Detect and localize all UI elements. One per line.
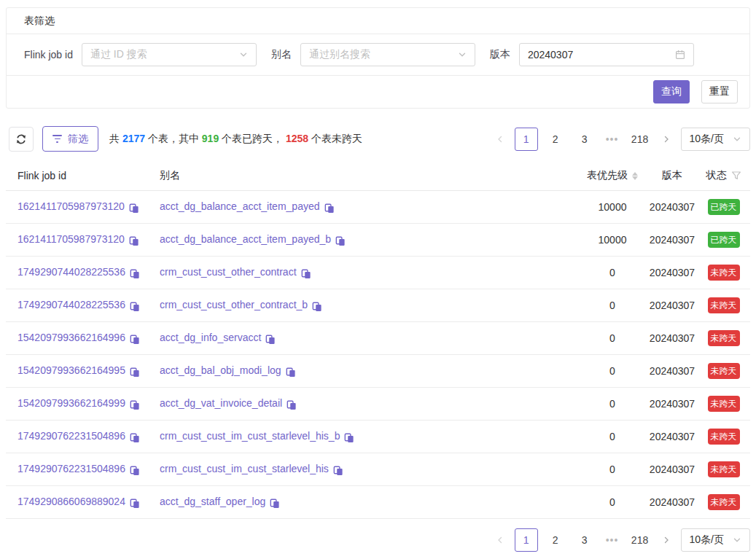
copy-icon[interactable] (324, 202, 335, 214)
chevron-down-icon (239, 50, 248, 59)
version-cell: 20240307 (647, 365, 697, 377)
table-row: 1542097993662164995 acct_dg_bal_obj_modi… (6, 355, 750, 388)
alias-link[interactable]: acct_dg_balance_acct_item_payed_b (160, 233, 331, 245)
flink-job-id-link[interactable]: 1542097993662164995 (17, 364, 125, 376)
flink-job-id-select[interactable]: 通过 ID 搜索 (82, 43, 257, 66)
alias-link[interactable]: acct_dg_bal_obj_modi_log (160, 364, 281, 376)
version-date-input[interactable]: 20240307 (519, 43, 694, 66)
copy-icon[interactable] (333, 464, 343, 476)
page-ellipsis[interactable]: ••• (602, 133, 623, 145)
flink-job-id-label: Flink job id (24, 49, 73, 60)
calendar-icon (675, 50, 685, 60)
alias-link[interactable]: acct_dg_balance_acct_item_payed (160, 200, 320, 212)
status-badge: 未跨天 (708, 330, 740, 346)
version-cell: 20240307 (647, 464, 697, 475)
status-badge: 未跨天 (708, 396, 740, 412)
table-header: Flink job id 别名 表优先级 版本 状态 (6, 161, 750, 191)
copy-icon[interactable] (130, 497, 140, 509)
table-row: 1542097993662164999 acct_dg_vat_invoice_… (6, 388, 750, 421)
page-2[interactable]: 2 (544, 128, 567, 151)
alias-link[interactable]: acct_dg_vat_invoice_detail (160, 397, 282, 409)
sorter-icon[interactable] (632, 172, 638, 180)
status-badge: 已跨天 (708, 199, 740, 215)
status-badge: 未跨天 (708, 461, 740, 477)
chevron-left-icon (496, 135, 504, 144)
reset-button[interactable]: 重置 (701, 80, 738, 103)
page-size-select[interactable]: 10条/页 (681, 528, 750, 552)
toolbar: 筛选 共 2177 个表，其中 919 个表已跨天， 1258 个表未跨天 1 … (6, 126, 750, 152)
status-badge: 未跨天 (708, 297, 740, 313)
next-page-button[interactable] (658, 128, 675, 151)
page-218[interactable]: 218 (628, 528, 652, 552)
alias-link[interactable]: acct_dg_staff_oper_log (160, 496, 265, 507)
flink-job-id-link[interactable]: 1621411705987973120 (17, 200, 125, 212)
table-row: 1749290762231504896 crm_cust_cust_im_cus… (6, 421, 750, 453)
alias-label: 别名 (271, 48, 292, 61)
copy-icon[interactable] (130, 267, 140, 279)
copy-icon[interactable] (130, 333, 140, 345)
version-cell: 20240307 (647, 234, 697, 246)
alias-link[interactable]: crm_cust_cust_other_contract_b (160, 299, 308, 310)
flink-job-id-link[interactable]: 1749290744028225536 (17, 299, 125, 310)
page-1[interactable]: 1 (515, 128, 538, 151)
flink-job-id-link[interactable]: 1749290866069889024 (17, 496, 125, 507)
priority-cell: 0 (577, 267, 647, 278)
filter-card-title: 表筛选 (7, 8, 749, 34)
copy-icon[interactable] (335, 235, 346, 246)
filter-toggle-button[interactable]: 筛选 (42, 126, 98, 152)
pagination-top: 1 2 3 ••• 218 10条/页 (491, 128, 750, 151)
copy-icon[interactable] (129, 235, 139, 246)
chevron-right-icon (662, 536, 671, 544)
flink-job-id-link[interactable]: 1749290762231504896 (17, 463, 125, 474)
table-row: 1621411705987973120 acct_dg_balance_acct… (6, 224, 750, 257)
table-row: 1542097993662164996 acct_dg_info_servacc… (6, 322, 750, 355)
prev-page-button[interactable] (491, 128, 509, 151)
col-header-priority: 表优先级 (577, 169, 647, 182)
copy-icon[interactable] (130, 399, 140, 410)
priority-cell: 0 (577, 464, 647, 475)
refresh-button[interactable] (9, 127, 34, 152)
copy-icon[interactable] (129, 202, 139, 214)
status-badge: 未跨天 (708, 265, 740, 281)
copy-icon[interactable] (130, 464, 140, 476)
flink-job-id-link[interactable]: 1542097993662164999 (17, 397, 125, 409)
flink-job-id-link[interactable]: 1542097993662164996 (17, 332, 125, 343)
sync-icon (15, 133, 27, 145)
page-3[interactable]: 3 (573, 128, 596, 151)
page-3[interactable]: 3 (573, 528, 596, 552)
copy-icon[interactable] (130, 300, 140, 312)
alias-link[interactable]: crm_cust_cust_im_cust_starlevel_his_b (160, 430, 340, 442)
filter-toggle-label: 筛选 (68, 133, 88, 146)
page-1[interactable]: 1 (515, 528, 538, 552)
table-row: 1749290866069889024 acct_dg_staff_oper_l… (6, 486, 750, 519)
flink-job-id-link[interactable]: 1621411705987973120 (17, 233, 125, 245)
copy-icon[interactable] (265, 333, 276, 345)
version-cell: 20240307 (647, 267, 697, 278)
copy-icon[interactable] (301, 267, 311, 279)
field-flink-job-id: Flink job id 通过 ID 搜索 (24, 43, 257, 66)
priority-cell: 10000 (577, 234, 647, 246)
priority-cell: 0 (577, 300, 647, 311)
copy-icon[interactable] (130, 366, 140, 378)
page-size-select[interactable]: 10条/页 (681, 128, 750, 151)
prev-page-button[interactable] (491, 528, 509, 552)
copy-icon[interactable] (312, 300, 322, 312)
copy-icon[interactable] (130, 431, 140, 443)
page-2[interactable]: 2 (544, 528, 567, 552)
copy-icon[interactable] (287, 399, 297, 410)
alias-select[interactable]: 通过别名搜索 (300, 43, 475, 66)
alias-link[interactable]: acct_dg_info_servacct (160, 332, 261, 343)
query-button[interactable]: 查询 (653, 80, 690, 103)
next-page-button[interactable] (658, 528, 675, 552)
page-ellipsis[interactable]: ••• (602, 534, 623, 546)
flink-job-id-link[interactable]: 1749290762231504896 (17, 430, 125, 442)
alias-link[interactable]: crm_cust_cust_im_cust_starlevel_his (160, 463, 329, 474)
flink-job-id-link[interactable]: 1749290744028225536 (17, 266, 125, 278)
copy-icon[interactable] (286, 366, 296, 378)
copy-icon[interactable] (270, 497, 280, 509)
funnel-icon[interactable] (731, 171, 741, 181)
page-218[interactable]: 218 (628, 128, 652, 151)
chevron-down-icon (458, 50, 467, 59)
alias-link[interactable]: crm_cust_cust_other_contract (160, 266, 297, 278)
copy-icon[interactable] (344, 431, 354, 443)
